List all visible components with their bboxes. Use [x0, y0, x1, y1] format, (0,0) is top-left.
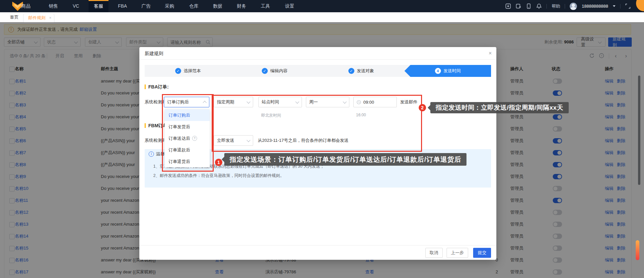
app-root: 商品销售VC客服FBA广告采购仓库数据财务工具设置 帮助 18888888888…: [0, 0, 644, 278]
beijing-time-hint: 即北京时间: [261, 113, 281, 118]
scene-option-label: 订单发货后: [169, 121, 190, 133]
account-caret-icon[interactable]: [613, 5, 615, 7]
steps-bar: ✓ 选择范本 ✓ 编辑内容 ✓ 发送对象 4 发送时间: [145, 65, 491, 77]
immediate-select[interactable]: 立即发送: [214, 135, 253, 146]
detect-label: 系统检测到: [145, 97, 166, 107]
cycle-select-value: 指定周期: [217, 99, 234, 105]
tip-line-2: 2、邮件发送成功的条件：符合亚马逊政策，同时符合设置的邮件规则。: [153, 173, 284, 179]
modal-close-icon[interactable]: ×: [489, 47, 492, 60]
step-send-time[interactable]: 4 发送时间: [404, 65, 491, 77]
prev-step-button[interactable]: 上一步: [447, 248, 468, 258]
scene-option-5[interactable]: 订单退货后: [165, 156, 210, 167]
nav-item-5[interactable]: FBA: [112, 0, 132, 12]
scene-dropdown-menu: 订单订购后订单发货后订单送达后?订单退款后订单退货后: [165, 109, 210, 167]
fullscreen-icon[interactable]: [625, 3, 631, 9]
help-link[interactable]: 帮助: [551, 3, 560, 9]
step-label: 发送时间: [444, 68, 461, 74]
nav-item-7[interactable]: 采购: [160, 0, 179, 12]
nav-divider: [620, 4, 620, 9]
nav-item-11[interactable]: 工具: [255, 0, 275, 12]
detect-label-fbm: 系统检测到: [145, 135, 166, 146]
scene-option-label: 订单退款后: [169, 144, 190, 156]
step-choose-template[interactable]: ✓ 选择范本: [145, 65, 231, 77]
weekday-value: 周一: [309, 99, 318, 105]
nav-item-8[interactable]: 仓库: [184, 0, 204, 12]
nav-item-2[interactable]: 销售: [43, 0, 63, 12]
nav-item-9[interactable]: 数据: [208, 0, 228, 12]
question-circle-icon[interactable]: ?: [192, 136, 197, 141]
submit-label: 提交: [478, 250, 486, 256]
time-picker[interactable]: 09:00: [353, 97, 397, 107]
site-time-value: 站点时间: [262, 99, 279, 105]
scene-select-value: 订单订购后: [167, 99, 189, 105]
scene-option-3[interactable]: 订单送达后?: [165, 133, 210, 144]
scene-option-label: 订单订购后: [169, 109, 190, 121]
converted-time-hint: 16:00: [356, 113, 366, 117]
step-check-icon: ✓: [175, 68, 181, 74]
modal-header: 新建规则 ×: [139, 47, 496, 60]
chevron-down-icon: [343, 100, 346, 103]
chevron-down-icon: [295, 100, 299, 103]
scene-option-4[interactable]: 订单退款后: [165, 144, 210, 156]
immediate-select-value: 立即发送: [217, 138, 234, 143]
tab-home[interactable]: 首页: [10, 12, 19, 22]
tab-mail-rules-label: 邮件规则: [28, 15, 45, 20]
fba-section-label: FBA订单:: [145, 84, 169, 89]
cancel-button[interactable]: 取消: [425, 248, 443, 258]
modal-title: 新建规则: [145, 47, 163, 60]
nav-divider: [565, 4, 565, 9]
step-edit-content[interactable]: ✓ 编辑内容: [231, 65, 318, 77]
nav-item-10[interactable]: 财务: [232, 0, 251, 12]
info-icon: i: [149, 151, 154, 157]
cycle-select[interactable]: 指定周期: [214, 97, 253, 107]
account-phone[interactable]: 18888888888: [582, 4, 608, 9]
submit-button[interactable]: 提交: [473, 248, 491, 258]
scene-select[interactable]: 订单订购后: [164, 97, 209, 107]
download-icon[interactable]: [505, 3, 511, 9]
annotation-1-badge: 1: [215, 159, 222, 166]
send-mail-label: 发送邮件: [400, 97, 417, 107]
tab-close-icon[interactable]: ×: [49, 14, 51, 22]
modal-footer: 取消 上一步 提交: [139, 245, 496, 260]
nav-divider: [546, 4, 547, 9]
weekday-select[interactable]: 周一: [306, 97, 349, 107]
clock-icon: [357, 100, 361, 104]
step-check-icon: ✓: [348, 68, 354, 74]
scene-option-label: 订单退货后: [169, 156, 190, 167]
nav-item-6[interactable]: 广告: [136, 0, 156, 12]
step-check-icon: ✓: [262, 68, 268, 74]
cancel-label: 取消: [430, 250, 438, 256]
notifications-bell-icon[interactable]: [536, 3, 542, 9]
time-picker-value: 09:00: [363, 100, 374, 105]
tab-mail-rules[interactable]: 邮件规则 ×: [23, 13, 54, 23]
scene-option-label: 订单送达后: [169, 133, 190, 144]
chevron-up-icon: [203, 101, 206, 104]
step-send-target[interactable]: ✓ 发送对象: [318, 65, 404, 77]
annotation-2-badge: 2: [419, 104, 426, 111]
prev-step-label: 上一步: [451, 250, 464, 256]
nav-item-12[interactable]: 设置: [280, 0, 300, 12]
top-nav: 商品销售VC客服FBA广告采购仓库数据财务工具设置 帮助 18888888888: [0, 0, 644, 12]
annotation-1-tooltip: 指定发送场景：订单订购后/订单发货后/订单送达后/订单退款后/订单退货后: [224, 153, 466, 166]
nav-item-1[interactable]: 商品: [16, 0, 36, 12]
step-label: 选择范本: [184, 68, 201, 74]
user-avatar[interactable]: [570, 3, 577, 10]
chevron-down-icon: [247, 138, 250, 142]
floating-scroll-widget[interactable]: [636, 240, 639, 260]
nav-right-group: 帮助 18888888888: [505, 0, 631, 12]
nav-item-3[interactable]: VC: [67, 0, 84, 12]
mobile-app-icon[interactable]: [526, 3, 532, 9]
tab-bar: 首页 邮件规则 ×: [0, 12, 644, 23]
site-time-select[interactable]: 站点时间: [258, 97, 302, 107]
step-label: 编辑内容: [270, 68, 288, 74]
feedback-icon[interactable]: [516, 3, 521, 9]
scene-option-1[interactable]: 订单订购后: [165, 109, 210, 121]
date-note-text: 从2023-11-17号之后，符合条件的订单都会发送: [258, 135, 349, 146]
chevron-down-icon: [247, 100, 250, 103]
annotation-2-tooltip: 指定发送时间：立即发送/指定周期/间隔xx天: [430, 102, 569, 113]
scene-option-2[interactable]: 订单发货后: [165, 121, 210, 133]
step-label: 发送对象: [357, 68, 374, 74]
nav-item-4[interactable]: 客服: [89, 0, 108, 12]
step-number-icon: 4: [435, 68, 441, 74]
